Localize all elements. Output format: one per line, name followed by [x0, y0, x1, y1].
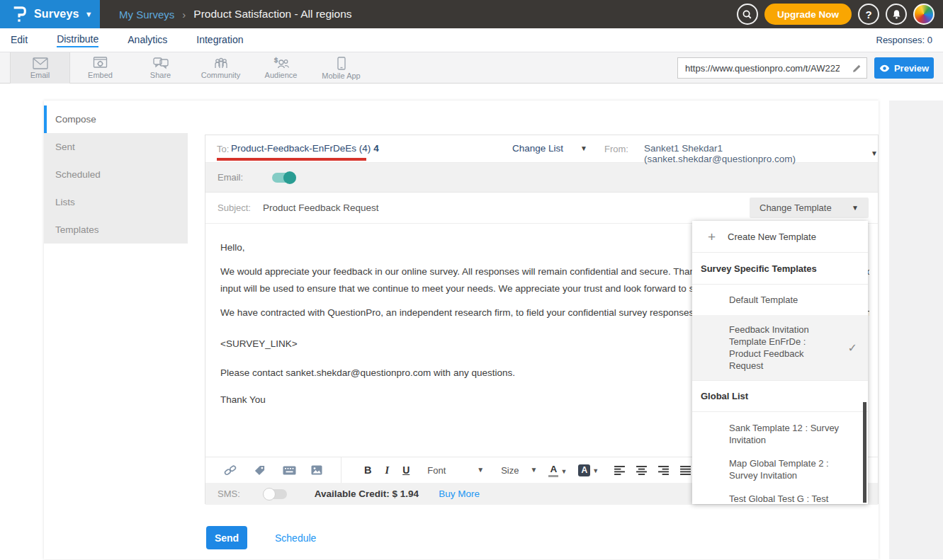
menu-scrollbar[interactable]	[863, 402, 866, 503]
channel-tab-label: Mobile App	[322, 72, 360, 80]
template-item-sank-12[interactable]: Sank Template 12 : Survey Invitation	[692, 412, 868, 447]
sidebar-item-templates[interactable]: Templates	[44, 216, 188, 244]
create-new-template-item[interactable]: + Create New Template	[692, 221, 868, 253]
topbar-actions: Upgrade Now ?	[737, 4, 934, 25]
template-item-test-global[interactable]: Test Global Test G : Test PAA G	[692, 483, 868, 504]
eye-icon	[879, 64, 890, 72]
preview-button[interactable]: Preview	[874, 57, 934, 79]
font-family-dropdown[interactable]: Font ▼	[427, 465, 484, 476]
sidebar-item-label: Lists	[55, 197, 75, 207]
breadcrumb-my-surveys[interactable]: My Surveys	[119, 8, 174, 21]
survey-url-input[interactable]	[678, 58, 840, 78]
breadcrumb-separator: ›	[182, 8, 186, 21]
merge-tag-button[interactable]	[254, 464, 266, 476]
to-list-count: 4	[373, 143, 379, 154]
email-toggle-row: Email:	[205, 163, 878, 193]
background-color-swatch: A	[578, 464, 590, 476]
sidebar-item-sent[interactable]: Sent	[44, 133, 188, 161]
template-item-map-global-2[interactable]: Map Global Template 2 : Survey Invitatio…	[692, 447, 868, 483]
tab-edit[interactable]: Edit	[11, 34, 28, 47]
template-item-feedback-invitation[interactable]: Feedback Invitation Template EnFrDe : Pr…	[692, 315, 868, 380]
email-sidebar: Compose Sent Scheduled Lists Templates	[44, 105, 188, 244]
tab-integration[interactable]: Integration	[196, 34, 243, 47]
global-list-header: Global List	[692, 380, 868, 412]
keyboard-button[interactable]	[283, 466, 296, 475]
subject-input[interactable]: Product Feedback Request	[263, 202, 379, 213]
channel-tab-label: Community	[201, 71, 241, 79]
template-menu: + Create New Template Survey Specific Te…	[692, 221, 868, 504]
account-avatar[interactable]	[913, 4, 934, 25]
image-icon	[311, 465, 322, 475]
channel-tab-email[interactable]: Email	[10, 52, 70, 84]
to-list-name: Product-Feedback-EnFrDeEs (4)	[231, 143, 371, 154]
sidebar-item-scheduled[interactable]: Scheduled	[44, 161, 188, 188]
template-item-label: Feedback Invitation Template EnFrDe : Pr…	[729, 324, 809, 371]
channel-tab-label: Share	[150, 71, 171, 79]
channel-tab-audience[interactable]: $ Audience	[251, 52, 311, 84]
insert-link-button[interactable]	[224, 464, 237, 476]
edit-url-button[interactable]	[852, 63, 862, 76]
search-button[interactable]	[737, 4, 758, 25]
app-logo-area[interactable]: Surveys ▼	[0, 0, 100, 28]
to-list-value[interactable]: Product-Feedback-EnFrDeEs (4)4	[231, 143, 379, 154]
tab-distribute[interactable]: Distribute	[57, 33, 98, 47]
channel-tab-mobile-app[interactable]: Mobile App	[311, 52, 371, 84]
keyboard-icon	[283, 466, 296, 475]
align-left-icon	[614, 466, 625, 475]
change-list-dropdown[interactable]: Change List ▼	[512, 143, 587, 154]
italic-button[interactable]: I	[385, 464, 389, 476]
align-left-button[interactable]	[614, 466, 625, 475]
background-color-button[interactable]: A ▼	[578, 464, 599, 476]
tab-analytics[interactable]: Analytics	[128, 34, 167, 47]
available-credit: Available Credit: $ 1.94	[315, 488, 419, 499]
subject-row: Subject: Product Feedback Request Change…	[205, 193, 878, 224]
questionpro-logo	[11, 6, 27, 23]
upgrade-now-button[interactable]: Upgrade Now	[764, 4, 852, 25]
to-label: To:	[217, 144, 229, 154]
channel-tab-embed[interactable]: Embed	[70, 52, 130, 84]
distribute-toolbar: Email Embed Share Community	[0, 52, 943, 84]
main-area: Compose Sent Scheduled Lists Templates T…	[0, 84, 943, 559]
font-size-dropdown[interactable]: Size ▼	[501, 465, 537, 476]
align-right-button[interactable]	[658, 466, 669, 475]
from-sender: Sanket1 Shekdar1 (sanket.shekdar@questio…	[644, 143, 859, 164]
help-button[interactable]: ?	[858, 4, 879, 25]
align-right-icon	[658, 466, 669, 475]
chevron-down-icon: ▼	[477, 467, 484, 474]
chevron-down-icon: ▼	[592, 467, 599, 474]
notifications-button[interactable]	[886, 4, 907, 25]
survey-templates-header: Survey Specific Templates	[692, 253, 868, 285]
channel-tab-community[interactable]: Community	[191, 52, 251, 84]
send-button[interactable]: Send	[206, 526, 247, 549]
text-color-button[interactable]: A ▼	[548, 464, 567, 477]
preview-label: Preview	[894, 63, 929, 74]
breadcrumb: My Surveys › Product Satisfaction - All …	[119, 0, 352, 28]
align-center-button[interactable]	[636, 466, 647, 475]
from-dropdown[interactable]: Sanket1 Shekdar1 (sanket.shekdar@questio…	[644, 143, 878, 164]
schedule-link[interactable]: Schedule	[275, 532, 316, 544]
sidebar-item-compose[interactable]: Compose	[44, 105, 188, 133]
to-underline-indicator	[217, 158, 366, 161]
page-background	[889, 101, 943, 559]
bell-icon	[891, 9, 902, 20]
template-item-default[interactable]: Default Template	[692, 285, 868, 315]
buy-more-link[interactable]: Buy More	[439, 488, 480, 499]
email-toggle[interactable]	[272, 173, 295, 183]
embed-icon	[93, 57, 108, 69]
sidebar-item-lists[interactable]: Lists	[44, 188, 188, 216]
bold-button[interactable]: B	[364, 464, 371, 476]
create-new-template-label: Create New Template	[728, 232, 816, 242]
product-switcher-label[interactable]: Surveys	[34, 8, 79, 21]
insert-image-button[interactable]	[311, 465, 322, 475]
channel-tab-share[interactable]: Share	[130, 52, 191, 84]
color-underline	[548, 475, 558, 477]
from-label: From:	[604, 144, 628, 154]
underline-button[interactable]: U	[402, 464, 410, 476]
channel-tabs: Email Embed Share Community	[10, 52, 371, 84]
page-title: Product Satisfaction - All regions	[193, 8, 351, 21]
sms-toggle[interactable]	[264, 489, 287, 499]
change-template-dropdown[interactable]: Change Template ▼	[750, 198, 869, 218]
justify-button[interactable]	[680, 466, 691, 475]
sidebar-item-label: Templates	[55, 224, 99, 235]
justify-icon	[680, 466, 691, 475]
